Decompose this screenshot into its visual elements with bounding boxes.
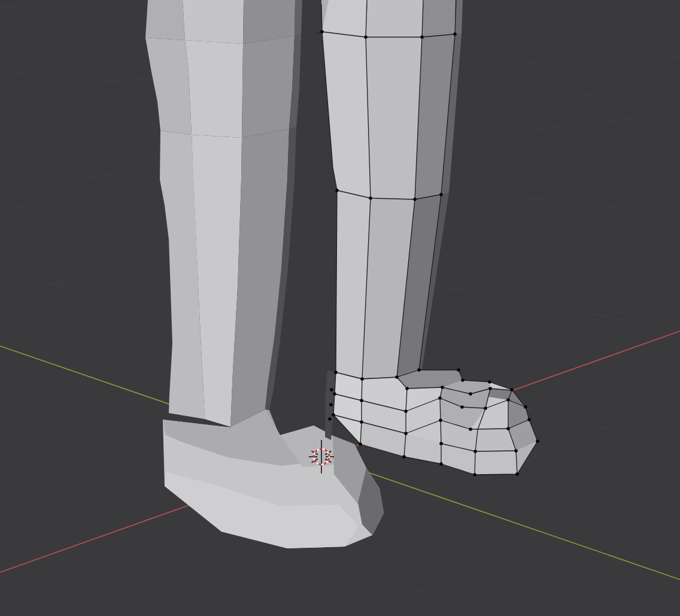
mesh-vertex[interactable] (473, 450, 477, 453)
mesh-vertex[interactable] (405, 387, 409, 390)
mesh-vertex[interactable] (506, 398, 510, 402)
mesh-vertex[interactable] (469, 392, 472, 396)
mesh-vertex[interactable] (332, 413, 335, 417)
mesh-vertex[interactable] (439, 418, 442, 422)
mesh-vertex[interactable] (439, 193, 443, 196)
mesh-vertex[interactable] (360, 377, 364, 381)
mesh-vertex[interactable] (488, 380, 491, 384)
left-leg-mesh-face (145, 0, 185, 40)
mesh-vertex[interactable] (328, 417, 332, 421)
mesh-vertex[interactable] (439, 462, 443, 466)
mesh-vertex[interactable] (510, 388, 514, 392)
mesh-vertex[interactable] (402, 455, 406, 459)
viewport-canvas[interactable] (0, 0, 680, 616)
mesh-vertex[interactable] (527, 418, 531, 421)
mesh-vertex[interactable] (320, 30, 324, 34)
mesh-vertex[interactable] (395, 375, 399, 379)
mesh-vertex[interactable] (473, 473, 476, 477)
mesh-vertex[interactable] (457, 368, 460, 372)
mesh-vertex[interactable] (514, 449, 518, 453)
mesh-vertex[interactable] (484, 406, 487, 410)
left-leg-mesh-face (242, 36, 295, 138)
mesh-vertex[interactable] (360, 399, 363, 402)
mesh-vertex[interactable] (460, 405, 464, 409)
mesh-vertex[interactable] (404, 432, 408, 435)
mesh-vertex[interactable] (441, 386, 444, 389)
mesh-vertex[interactable] (461, 378, 465, 382)
mesh-vertex[interactable] (417, 368, 421, 372)
mesh-vertex[interactable] (369, 196, 372, 200)
left-leg-mesh-face (295, 0, 302, 36)
mesh-vertex[interactable] (506, 427, 510, 430)
right-leg-mesh-face (422, 0, 455, 37)
mesh-vertex[interactable] (334, 371, 338, 374)
mesh-vertex[interactable] (333, 392, 336, 396)
right-leg-mesh-face (366, 0, 424, 37)
mesh-vertex[interactable] (359, 442, 362, 446)
mesh-vertex[interactable] (469, 427, 472, 431)
mesh-vertex[interactable] (413, 198, 417, 201)
mesh-vertex[interactable] (360, 420, 363, 424)
right-leg-mesh-face (322, 0, 368, 37)
mesh-vertex[interactable] (420, 35, 424, 39)
blender-3d-viewport (0, 0, 680, 616)
left-leg-mesh-face (183, 0, 244, 44)
mesh-vertex[interactable] (488, 387, 492, 390)
mesh-vertex[interactable] (439, 442, 443, 445)
mesh-vertex[interactable] (524, 405, 527, 409)
mesh-vertex[interactable] (335, 189, 339, 192)
mesh-vertex[interactable] (438, 396, 442, 400)
right-leg-mesh-face (366, 37, 422, 199)
mesh-vertex[interactable] (329, 403, 333, 406)
mesh-vertex[interactable] (364, 35, 368, 39)
mesh-vertex[interactable] (404, 409, 408, 413)
left-leg-mesh-face (185, 40, 243, 138)
mesh-vertex[interactable] (515, 472, 519, 476)
mesh-vertex[interactable] (453, 32, 457, 36)
mesh-vertex[interactable] (330, 388, 333, 392)
mesh-vertex[interactable] (536, 439, 539, 443)
